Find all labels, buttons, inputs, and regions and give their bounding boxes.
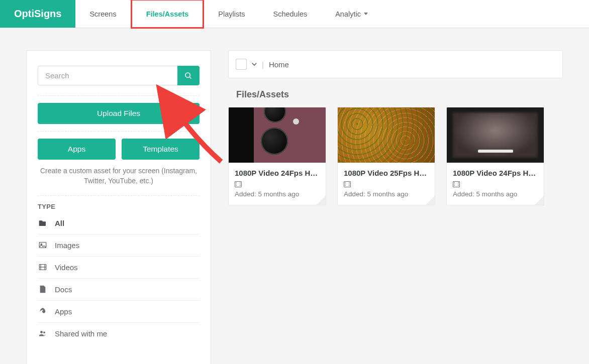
asset-added: Added: 5 months ago	[344, 190, 429, 198]
film-icon	[453, 181, 460, 187]
tab-schedules[interactable]: Schedules	[259, 0, 321, 28]
breadcrumb-bar: | Home	[228, 50, 563, 78]
asset-added: Added: 5 months ago	[453, 190, 538, 198]
svg-point-0	[185, 73, 190, 77]
folder-icon	[39, 219, 47, 227]
tab-analytic[interactable]: Analytic	[321, 0, 382, 28]
asset-title: 1080P Video 25Fps H26…	[344, 169, 429, 177]
asset-card[interactable]: 1080P Video 25Fps H26… Added: 5 months a…	[337, 107, 435, 205]
type-all-label: All	[55, 219, 64, 227]
asset-thumbnail	[338, 107, 435, 163]
video-icon	[39, 263, 47, 271]
svg-line-1	[189, 77, 191, 78]
search-input[interactable]	[38, 66, 177, 85]
templates-button[interactable]: Templates	[122, 139, 200, 160]
section-title: Files/Assets	[236, 89, 563, 100]
card-corner	[317, 196, 326, 205]
type-apps[interactable]: Apps	[38, 301, 200, 323]
custom-asset-hint: Create a custom asset for your screen (I…	[38, 166, 200, 186]
tab-playlists[interactable]: Playlists	[204, 0, 259, 28]
image-icon	[39, 241, 47, 249]
rocket-icon	[39, 307, 47, 315]
svg-point-8	[40, 331, 43, 333]
doc-icon	[39, 285, 47, 293]
tab-screens[interactable]: Screens	[75, 0, 130, 28]
asset-card[interactable]: 1080P Video 24Fps H26… Added: 5 months a…	[446, 107, 544, 205]
separator: |	[262, 60, 264, 69]
apps-button[interactable]: Apps	[38, 139, 116, 160]
film-icon	[235, 181, 242, 187]
asset-title: 1080P Video 24Fps H26…	[453, 169, 538, 177]
type-header: TYPE	[38, 203, 200, 210]
select-all-checkbox[interactable]	[236, 59, 247, 70]
asset-card[interactable]: 1080P Video 24Fps H26… Added: 5 months a…	[228, 107, 326, 205]
main-content: | Home Files/Assets 1080P Video 24Fps H2…	[228, 50, 563, 364]
top-nav: OptiSigns Screens Files/Assets Playlists…	[0, 0, 589, 28]
type-videos-label: Videos	[55, 263, 78, 272]
asset-thumbnail	[447, 107, 544, 163]
type-docs[interactable]: Docs	[38, 279, 200, 301]
search-icon	[184, 72, 192, 80]
type-shared-label: Shared with me	[55, 329, 107, 338]
type-shared[interactable]: Shared with me	[38, 323, 200, 344]
upload-files-button[interactable]: Upload Files	[38, 103, 200, 124]
brand-logo[interactable]: OptiSigns	[0, 0, 75, 28]
chevron-down-icon[interactable]	[252, 63, 257, 66]
asset-title: 1080P Video 24Fps H26…	[235, 169, 320, 177]
type-images-label: Images	[55, 241, 79, 250]
caret-down-icon	[364, 13, 368, 15]
type-all[interactable]: All	[38, 212, 200, 234]
type-apps-label: Apps	[55, 307, 72, 316]
breadcrumb-home[interactable]: Home	[269, 60, 289, 69]
search-button[interactable]	[177, 66, 200, 85]
type-images[interactable]: Images	[38, 234, 200, 257]
sidebar: Upload Files Apps Templates Create a cus…	[26, 50, 211, 364]
type-docs-label: Docs	[55, 285, 72, 294]
card-corner	[426, 196, 435, 205]
card-corner	[535, 196, 544, 205]
tab-analytic-label: Analytic	[335, 10, 361, 18]
svg-point-9	[43, 331, 45, 333]
tab-files-assets[interactable]: Files/Assets	[131, 0, 205, 29]
film-icon	[344, 181, 351, 187]
asset-thumbnail	[229, 107, 326, 163]
users-icon	[39, 329, 47, 337]
asset-added: Added: 5 months ago	[235, 190, 320, 198]
type-videos[interactable]: Videos	[38, 257, 200, 279]
